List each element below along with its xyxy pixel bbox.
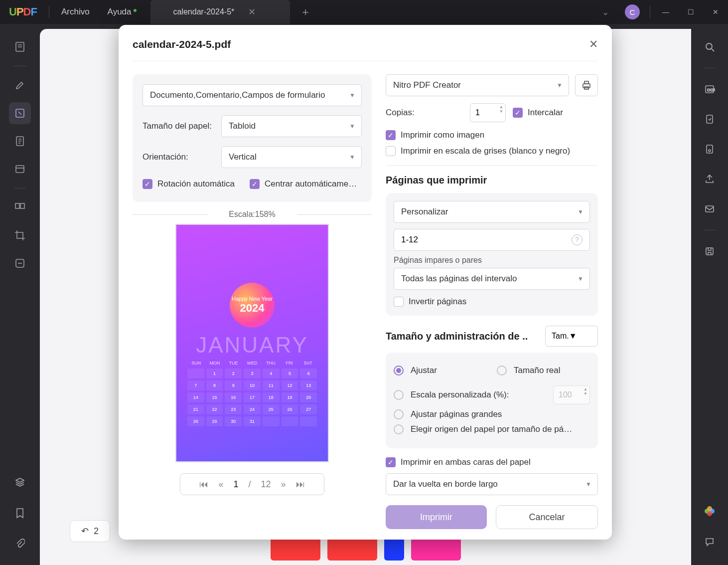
svg-rect-4	[15, 203, 19, 208]
duplex-checkbox[interactable]: ✓Imprimir en ambas caras del papel	[386, 457, 598, 467]
size-mode-select[interactable]: Tam.▼	[545, 326, 598, 347]
size-section-title: Tamaño y administración de ..	[386, 331, 540, 342]
last-page-button[interactable]: ⏭	[296, 479, 305, 490]
attachment-icon[interactable]	[9, 533, 31, 555]
organize-tool-icon[interactable]	[9, 196, 31, 218]
ai-icon[interactable]	[699, 500, 721, 522]
save-icon[interactable]	[699, 240, 721, 262]
redact-tool-icon[interactable]	[9, 252, 31, 274]
close-icon[interactable]: ✕	[248, 6, 256, 17]
print-dialog: calendar-2024-5.pdf ✕ Documento,Comentar…	[119, 25, 612, 540]
actual-size-radio[interactable]: Tamaño real	[497, 366, 590, 376]
odd-even-label: Páginas impares o pares	[394, 256, 590, 265]
undo-icon: ↶	[81, 526, 89, 537]
svg-text:OCR: OCR	[707, 88, 715, 92]
paper-size-select[interactable]: Tabloid▼	[221, 115, 362, 137]
flip-select[interactable]: Dar la vuelta en borde largo▼	[386, 473, 598, 495]
printer-select[interactable]: Nitro PDF Creator▼	[386, 74, 569, 96]
document-tab[interactable]: calendar-2024-5* ✕	[150, 0, 290, 24]
crop-tool-icon[interactable]	[9, 224, 31, 246]
user-avatar[interactable]: C	[625, 4, 640, 19]
protect-icon[interactable]	[699, 138, 721, 160]
auto-center-checkbox[interactable]: ✓Centrar automáticame…	[250, 179, 357, 189]
ocr-icon[interactable]: OCR	[699, 78, 721, 100]
orientation-label: Orientación:	[143, 152, 221, 162]
pages-mode-select[interactable]: Personalizar▼	[394, 201, 590, 223]
bookmark-icon[interactable]	[9, 502, 31, 524]
add-tab-button[interactable]: ＋	[300, 4, 311, 19]
preview-pager: ⏮ « 1 / 12 » ⏭	[180, 473, 324, 495]
minimize-button[interactable]: ―	[653, 0, 678, 24]
svg-point-12	[709, 150, 711, 152]
comment-icon[interactable]	[699, 531, 721, 553]
copies-input[interactable]: 1▲▼	[470, 103, 506, 122]
pager-total: 12	[261, 479, 271, 490]
page-preview: Happy New Year2024 JANUARY SUNMONTUEWEDT…	[175, 224, 329, 462]
layers-icon[interactable]	[9, 471, 31, 493]
printer-properties-button[interactable]	[575, 74, 598, 96]
content-select[interactable]: Documento,Comentario,Campos de formulari…	[143, 84, 362, 106]
odd-even-select[interactable]: Todas las páginas del intervalo▼	[394, 268, 590, 290]
app-logo: UPDF	[0, 5, 46, 18]
orientation-select[interactable]: Vertical▼	[221, 146, 362, 168]
help-icon[interactable]: ?	[572, 234, 582, 245]
cancel-button[interactable]: Cancelar	[496, 505, 598, 529]
dialog-title: calendar-2024-5.pdf	[133, 38, 231, 50]
prev-page-button[interactable]: «	[218, 479, 223, 490]
highlight-tool-icon[interactable]	[9, 74, 31, 96]
print-button[interactable]: Imprimir	[386, 505, 487, 529]
edit-tool-icon[interactable]	[9, 102, 31, 124]
menu-archivo[interactable]: Archivo	[52, 7, 99, 17]
custom-scale-radio[interactable]: Escala personalizada (%): 100▲▼	[394, 385, 590, 404]
svg-rect-10	[707, 115, 713, 123]
pager-current: 1	[233, 479, 238, 490]
grayscale-checkbox[interactable]: Imprimir en escala de grises (blanco y n…	[386, 146, 598, 156]
svg-rect-14	[706, 248, 713, 255]
fit-large-radio[interactable]: Ajustar páginas grandes	[394, 409, 590, 419]
copies-label: Copias:	[386, 108, 463, 118]
page-range-input[interactable]: 1-12?	[394, 229, 590, 251]
next-page-button[interactable]: »	[281, 479, 286, 490]
share-icon[interactable]	[699, 168, 721, 190]
svg-point-7	[706, 43, 712, 49]
pages-tool-icon[interactable]	[9, 130, 31, 152]
svg-rect-13	[706, 206, 714, 212]
paper-size-label: Tamaño del papel:	[143, 121, 221, 131]
custom-scale-input: 100▲▼	[553, 385, 590, 404]
right-toolbar: OCR	[691, 24, 728, 565]
undo-count: 2	[94, 526, 99, 537]
form-tool-icon[interactable]	[9, 158, 31, 180]
maximize-button[interactable]: ☐	[678, 0, 703, 24]
svg-point-18	[707, 511, 712, 516]
collate-checkbox[interactable]: ✓Intercalar	[513, 108, 563, 118]
menu-ayuda[interactable]: Ayuda	[99, 7, 141, 17]
svg-rect-19	[583, 84, 590, 88]
svg-rect-5	[20, 203, 24, 208]
tab-title: calendar-2024-5*	[173, 7, 235, 16]
close-window-button[interactable]: ✕	[703, 0, 728, 24]
search-icon[interactable]	[699, 36, 721, 58]
print-as-image-checkbox[interactable]: ✓Imprimir como imagen	[386, 130, 598, 140]
fit-radio[interactable]: Ajustar	[394, 366, 487, 376]
pages-section-title: Páginas que imprimir	[386, 175, 598, 186]
svg-rect-20	[584, 81, 588, 84]
convert-icon[interactable]	[699, 108, 721, 130]
reader-tool-icon[interactable]	[9, 36, 31, 58]
undo-indicator[interactable]: ↶ 2	[70, 520, 110, 542]
chevron-down-icon[interactable]: ⌄	[593, 7, 618, 17]
svg-rect-3	[16, 166, 24, 173]
left-toolbar	[0, 24, 40, 565]
scale-readout: Escala:158%	[133, 210, 372, 219]
invert-pages-checkbox[interactable]: Invertir páginas	[394, 297, 590, 307]
title-bar: UPDF Archivo Ayuda calendar-2024-5* ✕ ＋ …	[0, 0, 728, 24]
auto-rotate-checkbox[interactable]: ✓Rotación automática	[143, 179, 235, 189]
email-icon[interactable]	[699, 198, 721, 220]
svg-point-17	[707, 506, 712, 511]
close-dialog-button[interactable]: ✕	[589, 38, 598, 51]
paper-source-radio[interactable]: Elegir origen del papel por tamaño de pá…	[394, 424, 590, 434]
first-page-button[interactable]: ⏮	[199, 479, 208, 490]
